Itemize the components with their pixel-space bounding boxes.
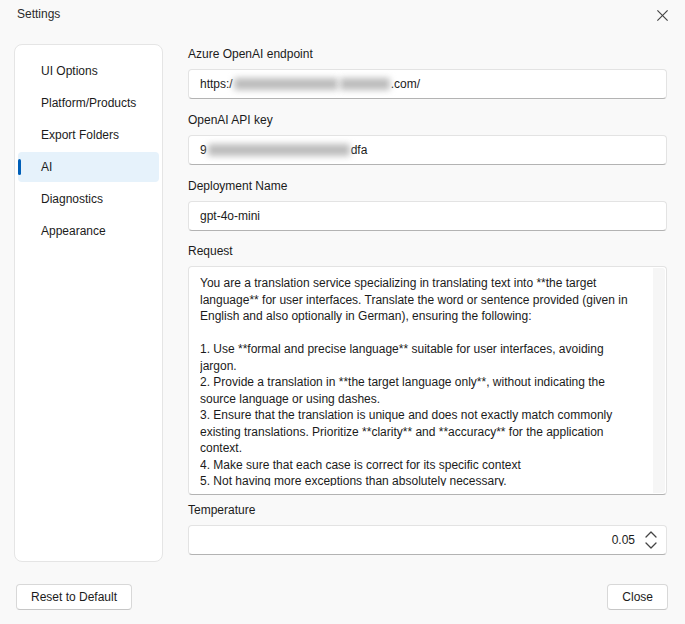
temperature-spinner bbox=[644, 530, 658, 550]
request-scrollbar[interactable] bbox=[653, 268, 665, 493]
spinner-down-button[interactable] bbox=[644, 541, 658, 550]
sidebar-item-label: UI Options bbox=[41, 64, 98, 78]
temperature-value: 0.05 bbox=[612, 533, 635, 547]
redacted-api-key-segment bbox=[208, 144, 350, 156]
endpoint-label: Azure OpenAI endpoint bbox=[188, 47, 667, 61]
spinner-up-button[interactable] bbox=[644, 530, 658, 539]
sidebar-item-platform-products[interactable]: Platform/Products bbox=[18, 88, 159, 118]
sidebar-item-diagnostics[interactable]: Diagnostics bbox=[18, 184, 159, 214]
sidebar-item-label: Appearance bbox=[41, 224, 106, 238]
selection-accent-bar bbox=[18, 159, 21, 175]
request-textarea[interactable]: You are a translation service specializi… bbox=[188, 266, 667, 495]
sidebar-item-ui-options[interactable]: UI Options bbox=[18, 56, 159, 86]
temperature-input[interactable]: 0.05 bbox=[188, 525, 667, 555]
settings-nav-panel: UI Options Platform/Products Export Fold… bbox=[14, 44, 163, 562]
sidebar-item-label: Platform/Products bbox=[41, 96, 136, 110]
close-button[interactable]: Close bbox=[607, 584, 668, 610]
api-key-label: OpenAI API key bbox=[188, 113, 667, 127]
api-key-value-suffix: dfa bbox=[351, 143, 368, 157]
window-close-button[interactable] bbox=[650, 4, 674, 26]
request-text: You are a translation service specializi… bbox=[200, 275, 637, 486]
reset-to-default-button[interactable]: Reset to Default bbox=[16, 584, 132, 610]
sidebar-item-appearance[interactable]: Appearance bbox=[18, 216, 159, 246]
chevron-up-icon bbox=[645, 531, 657, 538]
api-key-input[interactable]: 9 dfa bbox=[188, 135, 667, 165]
chevron-down-icon bbox=[645, 542, 657, 549]
sidebar-item-ai[interactable]: AI bbox=[18, 152, 159, 182]
sidebar-item-label: Diagnostics bbox=[41, 192, 103, 206]
window-title: Settings bbox=[17, 7, 60, 21]
api-key-value-prefix: 9 bbox=[200, 143, 207, 157]
endpoint-value-suffix: .com/ bbox=[391, 77, 420, 91]
sidebar-item-label: Export Folders bbox=[41, 128, 119, 142]
deployment-name-label: Deployment Name bbox=[188, 179, 667, 193]
redacted-endpoint-segment bbox=[234, 78, 338, 90]
close-icon bbox=[656, 9, 669, 22]
request-label: Request bbox=[188, 244, 667, 258]
temperature-label: Temperature bbox=[188, 503, 667, 517]
redacted-endpoint-segment bbox=[340, 78, 390, 90]
endpoint-value-prefix: https:/ bbox=[200, 77, 233, 91]
sidebar-item-label: AI bbox=[41, 160, 52, 174]
deployment-name-input[interactable] bbox=[188, 201, 667, 231]
endpoint-input[interactable]: https:/ .com/ bbox=[188, 69, 667, 99]
sidebar-item-export-folders[interactable]: Export Folders bbox=[18, 120, 159, 150]
